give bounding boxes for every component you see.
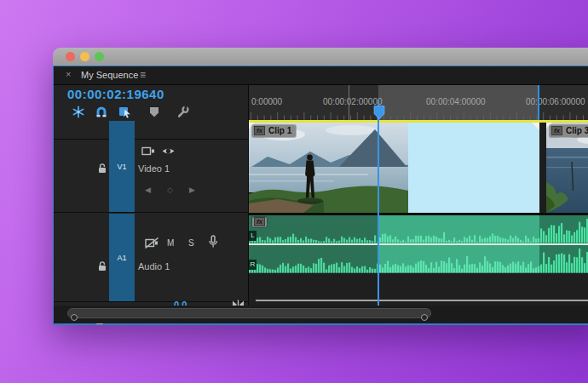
ruler-label: 00:00:04:00000 xyxy=(426,97,486,106)
channel-right-badge: R xyxy=(249,260,257,270)
app-window: × My Sequence ≡ 00:00:02:19640 xyxy=(53,48,588,325)
edit-point-line xyxy=(349,85,349,120)
zoom-handle-right[interactable] xyxy=(421,314,428,321)
window-titlebar[interactable] xyxy=(53,48,588,66)
clip3-name: Clip 3 xyxy=(566,126,588,135)
audio-source-patch-a1[interactable]: A1 xyxy=(109,214,135,301)
audio-clip[interactable]: fx L R xyxy=(249,215,588,273)
clip1-name: Clip 1 xyxy=(268,126,291,135)
timeline-tracks-area: fx Clip 1 xyxy=(249,123,588,323)
fx-badge[interactable]: fx xyxy=(254,126,265,135)
video-track-name[interactable]: Video 1 xyxy=(138,163,170,174)
audio-lane-left xyxy=(249,215,588,243)
close-panel-icon[interactable]: × xyxy=(66,69,71,79)
ruler-label: 00:00:06:00000 xyxy=(526,97,585,106)
video-clip-1[interactable]: fx Clip 1 xyxy=(249,123,408,213)
row-divider xyxy=(54,139,248,140)
zoom-window-button[interactable] xyxy=(95,52,104,61)
audio-output-disabled-icon[interactable] xyxy=(144,237,159,249)
snap-magnet-icon[interactable] xyxy=(95,106,108,118)
time-ruler[interactable]: 0:00000 00:00:02:00000 00:00:04:00000 00… xyxy=(249,85,588,120)
solo-track-button[interactable]: S xyxy=(188,238,194,248)
previous-keyframe-icon[interactable]: ◀ xyxy=(145,186,151,194)
video-source-patch-v1[interactable]: V1 xyxy=(109,121,135,212)
out-point-line xyxy=(538,85,539,120)
audio-fx-chip: fx xyxy=(252,217,267,227)
voiceover-record-mic-icon[interactable] xyxy=(207,235,219,249)
sequence-tab[interactable]: My Sequence xyxy=(81,70,138,80)
audio-lane-right xyxy=(249,245,588,273)
playhead-line[interactable] xyxy=(378,100,379,306)
playhead-timecode[interactable]: 00:00:02:19640 xyxy=(67,87,164,101)
timeline-panel: × My Sequence ≡ 00:00:02:19640 xyxy=(53,66,588,325)
audio-track-name[interactable]: Audio 1 xyxy=(138,261,170,272)
add-keyframe-icon[interactable]: ◇ xyxy=(167,186,173,194)
panel-tab-bar: × My Sequence ≡ xyxy=(54,66,588,85)
clip3-label-chip: fx Clip 3 xyxy=(550,125,588,137)
ruler-label: 0:00000 xyxy=(251,97,282,106)
add-marker-icon[interactable] xyxy=(147,106,161,118)
channel-left-badge: L xyxy=(249,231,257,241)
minimize-window-button[interactable] xyxy=(80,52,89,61)
master-meter-line xyxy=(256,300,588,301)
fx-badge[interactable]: fx xyxy=(551,126,562,135)
scrollbar-row xyxy=(54,306,588,323)
desktop-background: × My Sequence ≡ 00:00:02:19640 xyxy=(0,0,588,383)
sync-lock-icon[interactable] xyxy=(141,146,155,157)
clip-corner-notch xyxy=(532,123,539,130)
video-clip-3[interactable]: fx Clip 3 xyxy=(546,123,588,213)
close-window-button[interactable] xyxy=(66,52,75,61)
mute-track-button[interactable]: M xyxy=(167,238,174,248)
waveform-right xyxy=(249,245,588,273)
row-divider xyxy=(54,301,248,302)
timeline-settings-wrench-icon[interactable] xyxy=(176,106,190,118)
audio-track-lock-icon[interactable] xyxy=(96,260,108,272)
zoom-handle-left[interactable] xyxy=(71,314,78,321)
horizontal-zoom-scrollbar[interactable] xyxy=(67,308,431,318)
waveform-left xyxy=(249,215,588,243)
next-keyframe-icon[interactable]: ▶ xyxy=(189,186,195,194)
linked-selection-icon[interactable] xyxy=(118,106,132,118)
selected-clip-region[interactable] xyxy=(408,123,539,213)
clip1-label-chip: fx Clip 1 xyxy=(252,125,296,137)
playhead-handle[interactable] xyxy=(372,106,386,120)
nest-sequences-icon[interactable] xyxy=(72,106,85,118)
video-track-lock-icon[interactable] xyxy=(96,163,108,174)
fx-badge[interactable]: fx xyxy=(254,217,265,226)
track-output-eye-icon[interactable] xyxy=(161,146,176,157)
row-divider xyxy=(54,212,248,213)
track-header-column: 00:00:02:19640 xyxy=(54,85,249,323)
panel-menu-icon[interactable]: ≡ xyxy=(140,69,145,81)
